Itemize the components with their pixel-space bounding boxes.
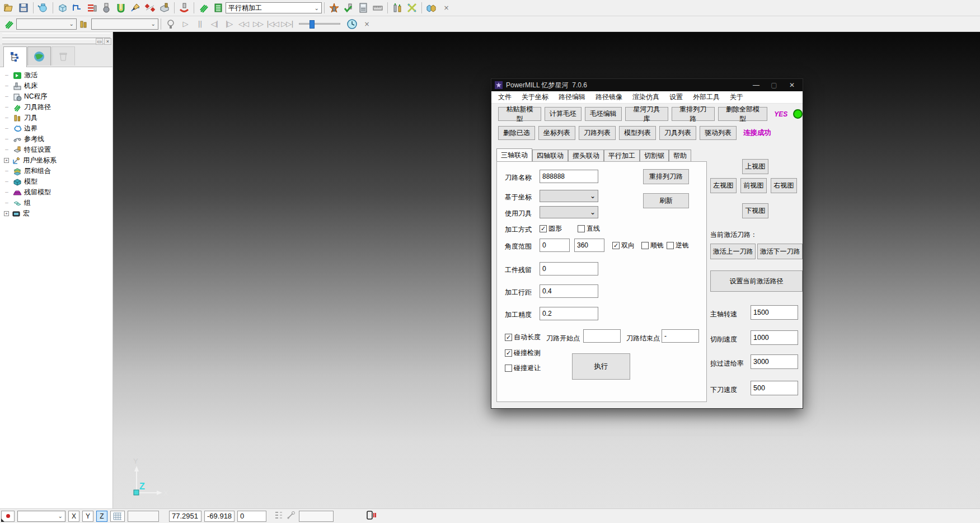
tree-item-machine[interactable]: ┄机床	[3, 81, 112, 91]
start-point-input[interactable]	[583, 329, 621, 343]
tab-help[interactable]: 帮助	[669, 150, 691, 161]
conventional-checkbox[interactable]: 逆铣	[667, 241, 689, 250]
go-to-start-icon[interactable]: |◁◁	[265, 17, 280, 31]
toolpath-polyline-icon[interactable]	[70, 1, 85, 15]
delete-all-models-button[interactable]: 删除全部模型	[718, 107, 768, 121]
collision-avoid-checkbox[interactable]: 碰撞避让	[505, 363, 541, 373]
mode-circle-checkbox[interactable]: ✓圆形	[540, 224, 562, 234]
activate-prev-path-button[interactable]: 激活上一刀路	[710, 244, 756, 259]
menu-file[interactable]: 文件	[498, 92, 512, 102]
pause-icon[interactable]: ||	[193, 17, 207, 31]
tab-3axis[interactable]: 三轴联动	[496, 148, 532, 161]
simulation-toolpath-combo[interactable]: ⌄	[16, 18, 77, 30]
minimize-button[interactable]: —	[749, 81, 763, 89]
toolbar-close-icon[interactable]: ×	[359, 17, 374, 31]
panel-grip[interactable]: ▭ ×	[2, 39, 110, 44]
menu-about[interactable]: 关于	[730, 92, 743, 102]
burn-tool-icon[interactable]	[327, 1, 341, 15]
plunge-feed-input[interactable]	[751, 381, 798, 395]
float-panel-icon[interactable]: ▭	[96, 38, 103, 45]
arc-tool-icon[interactable]	[177, 1, 191, 15]
delete-selected-button[interactable]: 删除已选	[498, 126, 535, 140]
coord-list-button[interactable]: 坐标列表	[538, 126, 575, 140]
tool-library-button[interactable]: 星河刀具库	[625, 107, 668, 121]
cursor-z-field[interactable]: 0	[237, 511, 266, 522]
grid-size-field[interactable]	[128, 511, 159, 522]
toolpath-list-icon[interactable]	[211, 1, 226, 15]
tab-parallel[interactable]: 平行加工	[604, 150, 640, 161]
toolpath-coil-icon-2[interactable]	[2, 17, 16, 31]
pause-plot-icon[interactable]	[366, 510, 377, 522]
collision-check-checkbox[interactable]: ✓碰撞检测	[505, 348, 541, 358]
skim-feed-input[interactable]	[751, 354, 798, 369]
save-icon[interactable]	[16, 1, 31, 15]
verify-tool-icon[interactable]	[341, 1, 356, 15]
cutting-feed-input[interactable]	[751, 330, 798, 345]
execute-button[interactable]: 执行	[572, 353, 630, 380]
rearrange-button[interactable]: 重排列刀路	[643, 169, 689, 184]
tree-item-stock-models[interactable]: ┄残留模型	[3, 187, 112, 198]
close-button[interactable]: ✕	[785, 81, 799, 89]
tree-item-models[interactable]: ┄模型	[3, 176, 112, 187]
level-combo[interactable]: ⌄	[17, 511, 65, 522]
grid-snap-button[interactable]	[110, 511, 125, 522]
toolpath-name-input[interactable]	[540, 170, 598, 183]
calculator-icon[interactable]	[356, 1, 371, 15]
measure-field[interactable]	[299, 511, 334, 522]
stepover-input[interactable]	[540, 284, 598, 298]
stock-input[interactable]	[540, 262, 598, 275]
edit-stock-button[interactable]: 毛坯编辑	[585, 107, 622, 121]
pattern-pencil-icon[interactable]	[128, 1, 143, 15]
tool-combo[interactable]: ⌄	[540, 206, 598, 218]
probe-icon[interactable]	[286, 511, 296, 521]
menu-coords[interactable]: 关于坐标	[522, 92, 548, 102]
block-icon[interactable]	[55, 1, 70, 15]
menu-path-mirror[interactable]: 路径镜像	[595, 92, 622, 102]
feature-block-icon[interactable]	[157, 1, 172, 15]
cursor-y-field[interactable]: -69.918	[204, 511, 235, 522]
calc-stock-button[interactable]: 计算毛坯	[545, 107, 582, 121]
menu-settings[interactable]: 设置	[669, 92, 683, 102]
tree-item-groups[interactable]: ┄组	[3, 198, 112, 208]
close-panel-icon[interactable]: ×	[104, 38, 111, 45]
drive-list-button[interactable]: 驱动列表	[700, 126, 737, 140]
simulation-tool-combo[interactable]: ⌄	[91, 18, 158, 30]
path-list-button[interactable]: 刀路列表	[579, 126, 616, 140]
angle-from-input[interactable]	[540, 239, 570, 252]
tree-item-feature-sets[interactable]: ┄特征设置	[3, 144, 112, 155]
lightbulb-icon[interactable]	[163, 17, 178, 31]
auto-length-checkbox[interactable]: ✓自动长度	[505, 333, 541, 342]
view-bottom-button[interactable]: 下视图	[742, 203, 768, 218]
tree-item-tools[interactable]: ┄刀具	[3, 113, 112, 123]
toolpath-coil-icon[interactable]	[196, 1, 211, 15]
tab-swivel[interactable]: 摆头联动	[568, 150, 604, 161]
view-front-button[interactable]: 前视图	[740, 178, 767, 193]
tool-list-button[interactable]: 刀具列表	[659, 126, 696, 140]
maximize-button[interactable]: ▢	[767, 81, 781, 89]
rearrange-paths-button[interactable]: 重排列刀路	[672, 107, 715, 121]
tree-item-nc-program[interactable]: ┄NC程序	[3, 91, 112, 102]
model-list-button[interactable]: 模型列表	[619, 126, 656, 140]
tree-item-activate[interactable]: ┄激活	[3, 70, 112, 81]
tab-saw[interactable]: 切割锯	[640, 150, 669, 161]
coord-combo[interactable]: ⌄	[540, 190, 598, 202]
expand-icon[interactable]: +	[4, 158, 9, 163]
mode-line-checkbox[interactable]: 直线	[578, 224, 600, 234]
tree-item-levels[interactable]: ┄层和组合	[3, 166, 112, 176]
tolerance-input[interactable]	[540, 307, 598, 320]
x-axis-button[interactable]: X	[68, 511, 79, 522]
machining-strategy-combo[interactable]: 平行精加工 ⌄	[226, 2, 322, 13]
marker-dropdown[interactable]	[1, 511, 15, 522]
rewind-icon[interactable]: ◁◁	[236, 17, 251, 31]
view-left-button[interactable]: 左视图	[710, 178, 737, 193]
z-axis-button[interactable]: Z	[96, 511, 107, 522]
refresh-button[interactable]: 刷新	[643, 193, 689, 208]
ruler-icon[interactable]	[371, 1, 385, 15]
spindle-speed-input[interactable]	[751, 305, 798, 320]
y-axis-button[interactable]: Y	[82, 511, 93, 522]
activate-next-path-button[interactable]: 激活下一刀路	[757, 244, 803, 259]
step-forward-icon[interactable]: |▷	[222, 17, 236, 31]
toolbar-close-icon[interactable]: ×	[439, 1, 453, 15]
expand-icon[interactable]: +	[4, 211, 9, 216]
dialog-titlebar[interactable]: PowerMILL 忆梦星河 7.0.6 — ▢ ✕	[491, 79, 803, 91]
